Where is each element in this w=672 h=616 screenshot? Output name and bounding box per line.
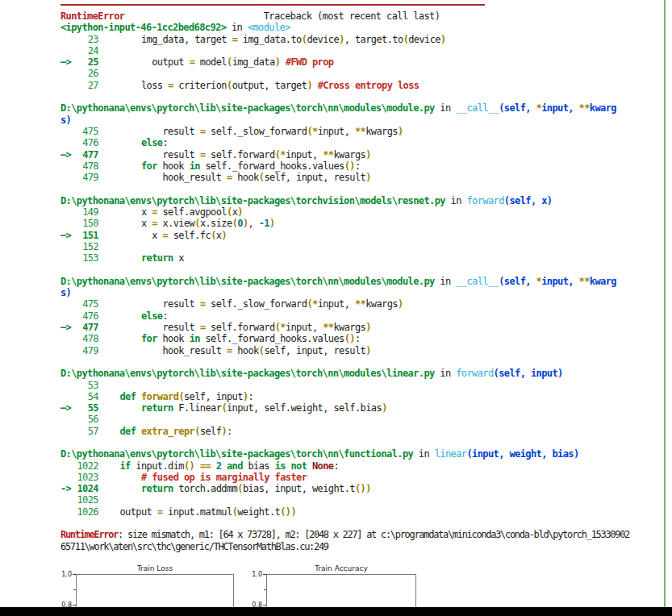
code-token: img_data bbox=[232, 56, 275, 68]
code-token: ) bbox=[398, 126, 403, 137]
code-token: ( bbox=[194, 426, 200, 437]
code-token: (self, x) bbox=[504, 195, 553, 206]
code-token: and bbox=[227, 460, 243, 472]
code-token: torch.addmm bbox=[173, 483, 238, 494]
traceback-row: 153 return x bbox=[61, 252, 672, 264]
line-number-gutter: 1026 bbox=[61, 506, 98, 518]
traceback-row: s) bbox=[61, 114, 672, 126]
traceback-row: 476 else: bbox=[61, 137, 672, 148]
code-token: forward bbox=[466, 195, 503, 206]
code-token: (self, input) bbox=[494, 368, 563, 379]
code-token: RuntimeError bbox=[61, 10, 125, 22]
code-token: -1 bbox=[259, 218, 269, 229]
code-token: result bbox=[98, 149, 200, 160]
traceback-row: 476 else: bbox=[61, 310, 672, 322]
code-token: = bbox=[200, 126, 206, 137]
code-token: if bbox=[120, 460, 131, 472]
code-token: ) bbox=[221, 230, 227, 241]
code-token: ) bbox=[365, 345, 371, 356]
code-token: bias bbox=[243, 460, 275, 472]
code-token: x bbox=[173, 252, 184, 264]
code-token: = bbox=[152, 218, 157, 229]
code-token: def bbox=[120, 426, 136, 437]
code-token: hook bbox=[157, 160, 190, 172]
y-tick-label: 1.0 bbox=[244, 571, 262, 578]
arrow-marker: —> bbox=[61, 149, 71, 160]
code-token: #Cross entropy loss bbox=[318, 80, 419, 91]
code-token: ) bbox=[365, 322, 371, 333]
y-tick-label: 1.0 bbox=[54, 571, 72, 578]
code-token: input, bbox=[286, 322, 323, 333]
code-token bbox=[98, 391, 120, 402]
code-token bbox=[98, 472, 141, 483]
code-token: input, bbox=[286, 149, 323, 160]
code-token: ) bbox=[365, 172, 371, 183]
code-token: ()) bbox=[280, 506, 296, 518]
chart-title: Train Loss bbox=[76, 564, 234, 572]
tick-mark bbox=[73, 574, 76, 575]
code-token: : bbox=[248, 391, 254, 402]
code-token: input, bbox=[318, 298, 355, 310]
code-token: (* bbox=[275, 322, 286, 333]
code-token: D:\pythonana\envs\pytorch\lib\site-packa… bbox=[61, 368, 435, 379]
line-number-gutter: 478 bbox=[61, 160, 98, 172]
code-token: () bbox=[344, 333, 355, 344]
code-token bbox=[98, 310, 141, 322]
code-token: RuntimeError bbox=[61, 529, 118, 540]
code-token: D:\pythonana\envs\pytorch\lib\site-packa… bbox=[61, 276, 435, 287]
traceback-row: D:\pythonana\envs\pytorch\lib\site-packa… bbox=[61, 276, 672, 287]
traceback-row: ->1024 return torch.addmm(bias, input, w… bbox=[61, 483, 672, 494]
code-token: self._slow_forward bbox=[206, 298, 307, 310]
code-token bbox=[286, 460, 291, 472]
code-token: (* bbox=[275, 149, 286, 160]
traceback-row: 149 x = self.avgpool(x) bbox=[61, 206, 672, 218]
code-token: kwarg bbox=[590, 102, 616, 114]
code-token: self.forward bbox=[206, 149, 275, 160]
line-number-gutter: —>25 bbox=[61, 56, 98, 68]
code-token: ) bbox=[243, 391, 248, 402]
traceback-row: —>477 result = self.forward(*input, **kw… bbox=[61, 149, 672, 160]
code-token: hook_result bbox=[98, 345, 227, 356]
traceback-row: D:\pythonana\envs\pytorch\lib\site-packa… bbox=[61, 448, 672, 460]
code-token: # fused op is marginally faster bbox=[141, 472, 307, 483]
code-token: hook bbox=[232, 172, 259, 183]
line-number-gutter: 1025 bbox=[61, 494, 98, 506]
code-token: return bbox=[141, 402, 173, 414]
code-token: bias, input, weight.t bbox=[243, 483, 355, 494]
code-token: : bbox=[163, 137, 169, 148]
traceback-row: —>55 return F.linear(input, self.weight,… bbox=[61, 402, 672, 414]
code-token: D:\pythonana\envs\pytorch\lib\site-packa… bbox=[61, 102, 435, 114]
traceback-row: D:\pythonana\envs\pytorch\lib\site-packa… bbox=[61, 368, 672, 379]
code-token: self._forward_hooks.values bbox=[200, 160, 344, 172]
line-number: 151 bbox=[82, 230, 98, 241]
code-token: img_data.to bbox=[237, 34, 302, 45]
code-token: forward bbox=[456, 368, 493, 379]
code-token: hook_result bbox=[98, 172, 227, 183]
arrow-marker: -> bbox=[61, 483, 71, 494]
code-token: self.avgpool bbox=[157, 206, 227, 218]
traceback-output[interactable]: RuntimeError Traceback (most recent call… bbox=[61, 10, 672, 552]
code-token bbox=[307, 460, 312, 472]
code-token: = bbox=[200, 298, 206, 310]
traceback-row: D:\pythonana\envs\pytorch\lib\site-packa… bbox=[61, 195, 672, 206]
code-token: input, bbox=[318, 126, 355, 137]
traceback-row bbox=[61, 437, 672, 448]
traceback-row: —>477 result = self.forward(*input, **kw… bbox=[61, 322, 672, 333]
code-token: output, target bbox=[232, 80, 307, 91]
code-token: hook bbox=[157, 333, 190, 344]
code-token: , bbox=[248, 218, 259, 229]
traceback-row bbox=[61, 264, 672, 276]
line-number-gutter: 24 bbox=[61, 45, 98, 56]
code-token: in bbox=[226, 22, 248, 33]
code-token: ( bbox=[221, 402, 227, 414]
traceback-row: 1026 output = input.matmul(weight.t()) bbox=[61, 506, 672, 518]
code-token: 0 bbox=[237, 218, 243, 229]
traceback-row: 475 result = self._slow_forward(*input, … bbox=[61, 298, 672, 310]
tick-mark bbox=[73, 605, 76, 606]
code-token: __call__ bbox=[456, 102, 499, 114]
code-token: output bbox=[98, 506, 157, 518]
line-number-gutter: —>55 bbox=[61, 402, 98, 414]
code-token: #FWD prop bbox=[286, 56, 334, 68]
code-token: ** bbox=[355, 126, 365, 137]
traceback-row: 478 for hook in self._forward_hooks.valu… bbox=[61, 160, 672, 172]
